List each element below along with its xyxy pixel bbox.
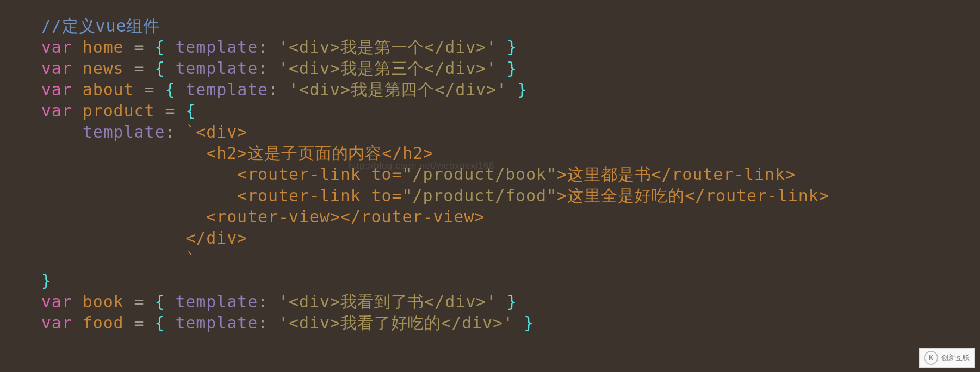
prop-template: template: [175, 292, 258, 311]
punct: :: [258, 313, 278, 332]
brace-open: {: [185, 101, 196, 120]
prop-template: template: [175, 38, 258, 57]
brace-close: }: [497, 38, 517, 57]
tpl-link2-open: <router-link to=: [237, 186, 402, 205]
tpl-open-div: <div>: [196, 122, 247, 141]
prop-template: template: [175, 59, 258, 78]
brace-open: {: [154, 38, 175, 57]
tpl-link2-to: "/product/food": [402, 186, 557, 205]
keyword-var: var: [41, 292, 72, 311]
backtick: `: [185, 250, 196, 269]
tpl-close-div: </div>: [185, 228, 247, 247]
tpl-h2: <h2>这是子页面的内容</h2>: [206, 144, 433, 163]
tpl-router-view: <router-view></router-view>: [206, 207, 485, 226]
watermark-icon: K: [924, 351, 938, 365]
watermark-faint: http://blog.csdn.net/webxuexi168: [348, 160, 494, 171]
string-literal: '<div>我看了好吃的</div>': [278, 313, 513, 332]
ident-news: news: [83, 59, 124, 78]
backtick: `: [185, 122, 196, 141]
brace-close: }: [497, 59, 517, 78]
watermark-text: 创新互联: [941, 353, 970, 363]
keyword-var: var: [41, 80, 72, 99]
keyword-var: var: [41, 101, 72, 120]
ident-product: product: [83, 101, 155, 120]
punct: =: [124, 59, 155, 78]
punct: =: [124, 292, 155, 311]
brace-open: {: [154, 59, 175, 78]
ident-book: book: [83, 292, 124, 311]
punct: :: [258, 38, 278, 57]
prop-template: template: [83, 122, 165, 141]
brace-close: }: [41, 271, 52, 290]
tpl-link2-rest: >这里全是好吃的</router-link>: [557, 186, 829, 205]
brace-close: }: [513, 313, 534, 332]
string-literal: '<div>我是第三个</div>': [278, 59, 497, 78]
punct: :: [165, 122, 185, 141]
keyword-var: var: [41, 38, 72, 57]
string-literal: '<div>我是第一个</div>': [278, 38, 497, 57]
ident-about: about: [83, 80, 134, 99]
brace-close: }: [507, 80, 528, 99]
brace-open: {: [165, 80, 185, 99]
prop-template: template: [175, 313, 258, 332]
brace-open: {: [154, 313, 175, 332]
prop-template: template: [185, 80, 268, 99]
keyword-var: var: [41, 313, 72, 332]
punct: :: [268, 80, 289, 99]
punct: =: [124, 38, 155, 57]
string-literal: '<div>我是第四个</div>': [289, 80, 507, 99]
punct: :: [258, 59, 278, 78]
ident-food: food: [83, 313, 124, 332]
tpl-link1-rest: >这里都是书</router-link>: [557, 165, 796, 184]
punct: =: [154, 101, 185, 120]
watermark-badge: K 创新互联: [919, 348, 975, 368]
punct: =: [134, 80, 165, 99]
brace-open: {: [154, 292, 175, 311]
brace-close: }: [497, 292, 517, 311]
keyword-var: var: [41, 59, 72, 78]
string-literal: '<div>我看到了书</div>': [278, 292, 497, 311]
code-comment: //定义vue组件: [41, 16, 160, 35]
punct: :: [258, 292, 278, 311]
punct: =: [124, 313, 155, 332]
ident-home: home: [83, 38, 124, 57]
